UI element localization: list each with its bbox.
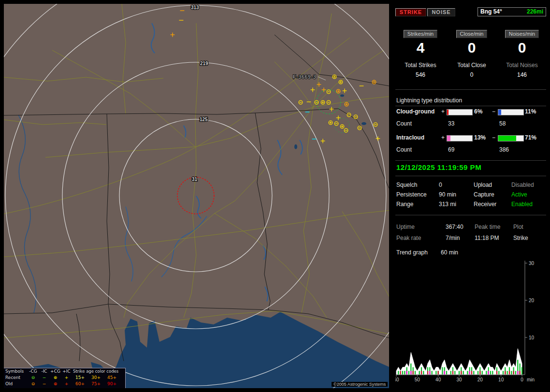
rate-bar <box>454 371 455 375</box>
legend-row: Recent⊖−⊕+15+30+45+ <box>4 375 125 381</box>
range-label: Range <box>396 201 413 208</box>
axis-label: min <box>527 377 535 382</box>
rate-bar <box>398 371 399 375</box>
rate-bar <box>452 371 453 375</box>
rate-bar <box>471 371 472 375</box>
strikes-column: Strikes/min 4 Total Strikes 546 <box>395 30 446 78</box>
rate-bar <box>490 371 491 375</box>
ic-positive-bar <box>447 135 473 141</box>
noises-column: Noises/min 0 Total Noises 146 <box>497 30 547 78</box>
rate-bar <box>402 371 403 375</box>
uptime-label: Uptime <box>396 224 415 230</box>
rate-bar <box>419 371 420 375</box>
rate-bar <box>511 371 512 375</box>
axis-label: 30 <box>456 377 462 382</box>
axis-label: 20 <box>478 377 483 382</box>
cg-positive-pct: 6% <box>474 108 482 115</box>
capture-label: Capture <box>474 191 494 198</box>
legend-strike-symbol: ⊕ <box>50 375 61 381</box>
divider <box>395 176 546 176</box>
legend-strike-symbol: − <box>39 375 50 381</box>
legend-strike-symbol: ⊕ <box>50 381 61 387</box>
plus-sign: + <box>441 108 445 115</box>
rate-bar <box>517 371 518 375</box>
strike-indicator[interactable]: STRIKE <box>395 8 426 16</box>
legend-age-code: 45+ <box>104 375 120 381</box>
rate-bar <box>408 371 409 375</box>
upload-status: Disabled <box>511 182 534 188</box>
copyright: ©2005 Astrogenic Systems <box>332 382 388 387</box>
rate-bar <box>404 371 405 375</box>
rate-bar <box>521 367 522 375</box>
axis-label: 40 <box>435 377 441 382</box>
total-close-value: 0 <box>447 71 497 78</box>
minus-sign: − <box>492 108 495 115</box>
axis-label: 30 <box>529 261 535 266</box>
plus-sign: + <box>441 134 445 141</box>
ic-positive-count: 69 <box>448 146 454 153</box>
rate-bar <box>515 371 516 375</box>
rate-bar <box>469 371 470 375</box>
rate-bar <box>507 371 508 375</box>
total-noises-label: Total Noises <box>497 62 547 69</box>
legend-row-label: Old <box>4 381 28 387</box>
close-per-min-button[interactable]: Close/min <box>456 30 488 38</box>
rate-bar <box>421 371 422 375</box>
plot-label: Plot <box>513 224 523 230</box>
legend-strike-symbol: + <box>61 375 72 381</box>
total-strikes-label: Total Strikes <box>395 62 446 69</box>
rate-bar <box>503 371 504 375</box>
rate-bar <box>435 371 436 375</box>
axis-label: 10 <box>498 377 504 382</box>
rate-bar <box>473 371 474 375</box>
strikes-per-min-button[interactable]: Strikes/min <box>404 30 437 38</box>
legend-header-row: Symbols-CG-IC+CG+ICStrike age color code… <box>4 368 125 375</box>
close-column: Close/min 0 Total Close 0 <box>447 30 497 78</box>
peak-time-label: Peak time <box>475 224 500 230</box>
receiver-status: Enabled <box>511 201 533 208</box>
total-noises-value: 146 <box>497 71 547 78</box>
minus-sign: − <box>492 134 495 141</box>
rate-bar <box>467 371 468 375</box>
divider <box>395 106 546 106</box>
rate-bar <box>509 371 510 375</box>
trend-graph: 1020306050403020100min <box>395 260 547 383</box>
legend-age-code: 15+ <box>72 375 88 381</box>
rate-bar <box>459 371 460 375</box>
status-panel: STRIKE NOISE Bng 54° 226mi Strikes/min 4… <box>392 0 550 392</box>
rate-bar <box>478 371 478 375</box>
noises-per-min-button[interactable]: Noises/min <box>505 30 539 38</box>
stormvue-app: 31321912531F-3669-3 Symbols-CG-IC+CG+ICS… <box>0 0 550 392</box>
axis-label: 60 <box>395 377 399 382</box>
rate-bar <box>413 371 414 375</box>
rate-bar <box>432 371 433 375</box>
strikes-per-min-value: 4 <box>395 40 446 56</box>
trend-graph-label: Trend graph <box>396 249 428 256</box>
receiver-label: Receiver <box>474 201 496 208</box>
ic-positive-pct: 13% <box>474 134 486 141</box>
rate-bar <box>444 371 445 375</box>
legend-row-label: Recent <box>4 375 28 381</box>
rate-bar <box>410 371 411 375</box>
total-strikes-value: 546 <box>395 71 446 78</box>
rate-bar <box>513 371 514 375</box>
rate-bar <box>400 371 401 375</box>
rate-bar <box>442 367 443 375</box>
noise-indicator[interactable]: NOISE <box>427 8 455 16</box>
divider <box>395 89 546 90</box>
rate-bar <box>492 371 493 375</box>
range-ring-label: 313 <box>191 5 199 10</box>
ic-negative-count: 386 <box>499 146 509 153</box>
map-canvas[interactable]: 31321912531F-3669-3 <box>4 4 389 388</box>
distribution-title: Lightning type distribution <box>396 97 462 104</box>
cloud-ground-label: Cloud-ground <box>396 108 434 115</box>
rate-bar <box>438 371 439 375</box>
legend-strike-symbol: ⊖ <box>28 381 39 387</box>
rate-bar <box>520 371 521 375</box>
datetime-display: 12/12/2025 11:19:59 PM <box>396 163 481 171</box>
axis-label: 10 <box>529 335 535 340</box>
persistence-value: 90 min <box>439 191 456 198</box>
lightning-map[interactable]: 31321912531F-3669-3 Symbols-CG-IC+CG+ICS… <box>4 4 389 388</box>
rate-bar <box>488 371 489 375</box>
capture-status: Active <box>511 191 527 198</box>
